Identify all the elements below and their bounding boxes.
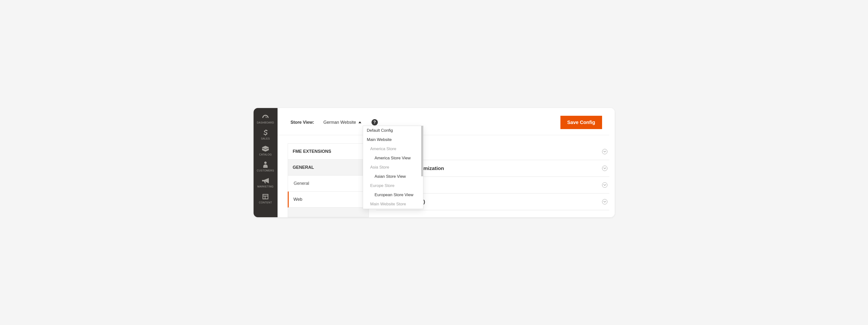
dd-european-store-view[interactable]: European Store View: [363, 190, 423, 200]
nav-customers[interactable]: CUSTOMERS: [254, 159, 278, 175]
dd-asia-store: Asia Store: [363, 163, 423, 172]
dd-main-website[interactable]: Main Website: [363, 135, 423, 144]
store-view-value: German Website: [323, 120, 356, 125]
megaphone-icon: [261, 177, 270, 184]
content-row: FME EXTENSIONS GENERAL General Web Url O…: [278, 135, 609, 217]
main-panel: Store View: German Website ? Save Config…: [278, 108, 615, 217]
store-view-selector[interactable]: German Website: [323, 120, 361, 125]
dollar-icon: [261, 129, 270, 136]
caret-up-icon: [359, 121, 361, 123]
topbar: Store View: German Website ? Save Config: [278, 108, 609, 135]
person-icon: [261, 161, 270, 168]
nav-dashboard[interactable]: DASHBOARD: [254, 111, 278, 127]
nav-label: DASHBOARD: [257, 121, 274, 124]
dd-america-store: America Store: [363, 144, 423, 154]
save-config-button[interactable]: Save Config: [560, 116, 602, 129]
chevron-down-icon: [602, 182, 608, 188]
chevron-down-icon: [602, 149, 608, 154]
dd-main-website-store: Main Website Store: [363, 200, 423, 209]
nav-label: SALES: [261, 137, 270, 140]
tab-group-general[interactable]: GENERAL: [288, 160, 369, 175]
nav-marketing[interactable]: MARKETING: [254, 175, 278, 191]
admin-window: DASHBOARD SALES CATALOG CUSTOMERS MARKET…: [254, 108, 615, 217]
dropdown-scrollbar[interactable]: [421, 126, 423, 176]
box-icon: [261, 145, 270, 152]
tab-general[interactable]: General: [288, 175, 369, 192]
gauge-icon: [261, 113, 270, 120]
dd-europe-store: Europe Store: [363, 181, 423, 190]
help-icon[interactable]: ?: [372, 119, 378, 125]
nav-label: CUSTOMERS: [257, 169, 274, 172]
nav-label: CATALOG: [259, 153, 272, 156]
dd-asian-store-view[interactable]: Asian Store View: [363, 172, 423, 181]
config-tabs: FME EXTENSIONS GENERAL General Web: [288, 143, 369, 217]
nav-sales[interactable]: SALES: [254, 127, 278, 143]
dd-default-config[interactable]: Default Config: [363, 126, 423, 135]
dd-america-store-view[interactable]: America Store View: [363, 154, 423, 163]
nav-catalog[interactable]: CATALOG: [254, 143, 278, 159]
store-view-label: Store View:: [290, 120, 314, 125]
left-nav-sidebar: DASHBOARD SALES CATALOG CUSTOMERS MARKET…: [254, 108, 278, 217]
chevron-down-icon: [602, 199, 608, 204]
layout-icon: [261, 193, 270, 200]
nav-label: MARKETING: [257, 185, 274, 188]
nav-label: CONTENT: [259, 201, 272, 204]
chevron-down-icon: [602, 166, 608, 171]
tab-filler: [288, 207, 369, 217]
tab-group-fme[interactable]: FME EXTENSIONS: [288, 143, 369, 160]
tab-web[interactable]: Web: [288, 192, 369, 207]
store-view-dropdown[interactable]: Default Config Main Website America Stor…: [363, 126, 423, 209]
nav-content[interactable]: CONTENT: [254, 191, 278, 207]
